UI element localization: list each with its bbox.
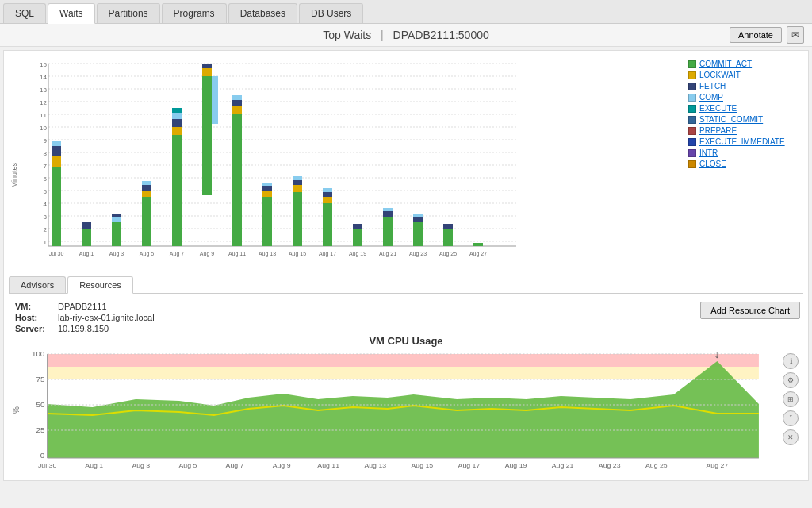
svg-text:Jul 30: Jul 30 bbox=[38, 461, 57, 469]
svg-rect-71 bbox=[353, 224, 362, 229]
tab-sql[interactable]: SQL bbox=[3, 3, 46, 23]
legend-color-lockwait bbox=[688, 71, 696, 79]
legend-label-execute[interactable]: EXECUTE bbox=[699, 104, 737, 113]
svg-text:8: 8 bbox=[44, 150, 48, 157]
bottom-tabs: Advisors Resources bbox=[9, 276, 803, 294]
legend-item-prepare[interactable]: PREPARE bbox=[688, 126, 799, 135]
vm-value: DPADB2111 bbox=[58, 302, 107, 311]
legend-color-execute-immediate bbox=[688, 138, 696, 146]
svg-rect-49 bbox=[172, 108, 182, 113]
legend-label-close[interactable]: CLOSE bbox=[699, 160, 726, 168]
legend-item-close[interactable]: CLOSE bbox=[688, 160, 799, 168]
chevron-down-icon-button[interactable]: ˅ bbox=[783, 410, 799, 426]
svg-rect-46 bbox=[172, 127, 182, 135]
svg-rect-102 bbox=[48, 367, 759, 379]
svg-rect-70 bbox=[353, 229, 362, 246]
svg-rect-37 bbox=[82, 222, 91, 229]
tab-programs[interactable]: Programs bbox=[162, 3, 227, 23]
cpu-chart-row: % 100 75 50 25 0 bbox=[12, 350, 800, 469]
header-actions: Annotate ✉ bbox=[730, 26, 804, 44]
svg-rect-35 bbox=[52, 141, 61, 146]
tab-partitions[interactable]: Partitions bbox=[97, 3, 160, 23]
tab-waits[interactable]: Waits bbox=[48, 3, 95, 24]
svg-text:0: 0 bbox=[40, 451, 44, 459]
cpu-chart-title: VM CPU Usage bbox=[12, 335, 800, 347]
chart-icon-buttons: ℹ ⚙ ⊞ ˅ ✕ bbox=[781, 350, 800, 469]
legend-item-intr[interactable]: INTR bbox=[688, 148, 799, 157]
vm-info-vm: VM: DPADB2111 bbox=[15, 302, 155, 311]
annotate-button[interactable]: Annotate bbox=[730, 27, 782, 43]
legend-label-static-commit[interactable]: STATIC_COMMIT bbox=[699, 115, 763, 124]
legend-item-commit-act[interactable]: COMMIT_ACT bbox=[688, 60, 799, 68]
svg-text:6: 6 bbox=[44, 175, 48, 183]
svg-rect-64 bbox=[293, 180, 302, 185]
tab-databases[interactable]: Databases bbox=[228, 3, 297, 23]
svg-text:50: 50 bbox=[36, 400, 44, 408]
svg-rect-60 bbox=[262, 186, 272, 190]
svg-text:↓: ↓ bbox=[714, 350, 721, 360]
legend-item-execute-immediate[interactable]: EXECUTE_IMMEDIATE bbox=[688, 137, 799, 146]
settings-icon-button[interactable]: ⚙ bbox=[783, 372, 799, 388]
svg-text:11: 11 bbox=[40, 112, 47, 119]
svg-text:Aug 5: Aug 5 bbox=[178, 461, 197, 469]
header-bar: Top Waits | DPADB2111:50000 Annotate ✉ bbox=[0, 24, 812, 47]
svg-text:13: 13 bbox=[40, 87, 47, 94]
close-icon: ✕ bbox=[787, 433, 794, 441]
bar-chart: Minutes bbox=[9, 56, 676, 270]
vm-info-server: Server: 10.199.8.150 bbox=[15, 324, 155, 333]
tab-resources[interactable]: Resources bbox=[67, 276, 133, 294]
legend-color-comp bbox=[688, 94, 696, 102]
main-content: Minutes bbox=[3, 50, 809, 481]
add-resource-chart-button[interactable]: Add Resource Chart bbox=[700, 302, 800, 319]
svg-rect-50 bbox=[202, 76, 212, 195]
settings-icon: ⚙ bbox=[787, 376, 794, 384]
svg-rect-36 bbox=[82, 229, 91, 246]
svg-rect-67 bbox=[323, 197, 332, 203]
legend-label-prepare[interactable]: PREPARE bbox=[699, 126, 737, 135]
legend-label-commit-act[interactable]: COMMIT_ACT bbox=[699, 60, 752, 68]
svg-text:Aug 11: Aug 11 bbox=[317, 461, 339, 469]
legend-label-execute-immediate[interactable]: EXECUTE_IMMEDIATE bbox=[699, 137, 785, 146]
legend-item-execute[interactable]: EXECUTE bbox=[688, 104, 799, 113]
legend-item-lockwait[interactable]: LOCKWAIT bbox=[688, 71, 799, 79]
bar-chart-svg: 15 14 13 12 11 10 9 8 7 6 5 4 3 2 1 bbox=[25, 56, 532, 266]
svg-text:Aug 15: Aug 15 bbox=[289, 251, 306, 257]
svg-text:Aug 5: Aug 5 bbox=[140, 251, 154, 257]
svg-rect-51 bbox=[202, 68, 212, 76]
svg-rect-55 bbox=[232, 106, 242, 114]
legend-color-intr bbox=[688, 149, 696, 157]
cpu-chart-svg: 100 75 50 25 0 bbox=[23, 350, 778, 469]
info-icon: ℹ bbox=[790, 357, 792, 365]
legend-item-static-commit[interactable]: STATIC_COMMIT bbox=[688, 115, 799, 124]
svg-text:9: 9 bbox=[44, 137, 48, 144]
svg-rect-80 bbox=[473, 243, 483, 246]
legend-label-intr[interactable]: INTR bbox=[699, 148, 718, 157]
close-icon-button[interactable]: ✕ bbox=[783, 429, 799, 445]
svg-rect-32 bbox=[52, 167, 61, 246]
svg-text:Aug 27: Aug 27 bbox=[707, 461, 729, 469]
legend-label-fetch[interactable]: FETCH bbox=[699, 82, 726, 90]
legend-label-lockwait[interactable]: LOCKWAIT bbox=[699, 71, 741, 79]
legend-item-fetch[interactable]: FETCH bbox=[688, 82, 799, 90]
info-icon-button[interactable]: ℹ bbox=[783, 353, 799, 369]
svg-rect-34 bbox=[52, 146, 61, 156]
vm-info: VM: DPADB2111 Host: lab-riy-esx-01.ignit… bbox=[12, 302, 158, 333]
bar-chart-container: Minutes bbox=[9, 56, 676, 270]
svg-rect-42 bbox=[142, 190, 151, 197]
svg-text:Aug 11: Aug 11 bbox=[228, 251, 246, 257]
tab-advisors[interactable]: Advisors bbox=[9, 276, 66, 293]
legend-color-close bbox=[688, 160, 696, 168]
tab-db-users[interactable]: DB Users bbox=[299, 3, 363, 23]
svg-text:Aug 23: Aug 23 bbox=[409, 251, 427, 257]
legend-color-prepare bbox=[688, 127, 696, 135]
legend-label-comp[interactable]: COMP bbox=[699, 93, 723, 102]
legend-item-comp[interactable]: COMP bbox=[688, 93, 799, 102]
svg-rect-63 bbox=[293, 185, 302, 192]
legend-color-static-commit bbox=[688, 116, 696, 124]
svg-text:1: 1 bbox=[44, 239, 48, 246]
server-label: Server: bbox=[15, 324, 55, 333]
table-icon-button[interactable]: ⊞ bbox=[783, 391, 799, 407]
svg-text:Aug 21: Aug 21 bbox=[552, 461, 574, 469]
svg-text:Aug 1: Aug 1 bbox=[79, 251, 94, 257]
mail-icon[interactable]: ✉ bbox=[787, 26, 804, 44]
